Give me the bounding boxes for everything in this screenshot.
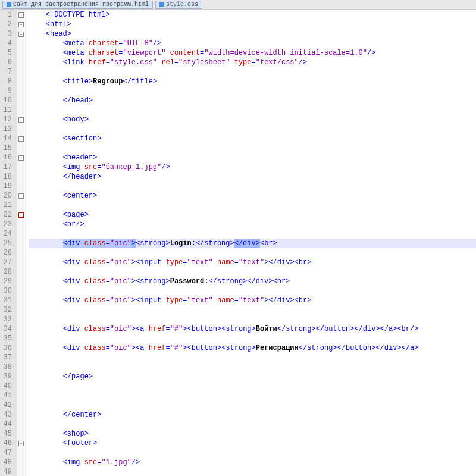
code-area[interactable]: <!DOCTYPE html> <html> <head> <meta char… [26, 10, 476, 476]
file-tab-2[interactable]: style.css [155, 1, 202, 9]
code-line[interactable] [29, 334, 476, 343]
fold-marker[interactable]: − [17, 115, 26, 124]
code-line[interactable]: <meta charset="UTF-8"/> [29, 39, 476, 48]
fold-marker[interactable] [17, 362, 26, 372]
fold-marker[interactable] [17, 296, 26, 305]
code-line[interactable]: <footer> [29, 439, 476, 448]
fold-marker[interactable] [17, 67, 26, 77]
fold-marker[interactable] [17, 267, 26, 277]
fold-marker[interactable] [17, 239, 26, 248]
fold-marker[interactable] [17, 372, 26, 381]
code-line[interactable] [29, 353, 476, 362]
code-line[interactable]: <div class="pic"><strong>Password:</stro… [29, 277, 476, 286]
code-line[interactable]: <center> [29, 191, 476, 201]
fold-marker[interactable] [17, 220, 26, 229]
fold-marker[interactable] [17, 124, 26, 134]
code-line[interactable]: <div class="pic"><strong>Login:</strong>… [29, 239, 476, 248]
fold-marker[interactable] [17, 429, 26, 439]
code-line[interactable]: <section> [29, 134, 476, 143]
code-line[interactable] [29, 467, 476, 476]
code-line[interactable]: </head> [29, 96, 476, 105]
code-line[interactable] [29, 67, 476, 77]
code-line[interactable] [29, 181, 476, 191]
code-line[interactable] [29, 229, 476, 239]
code-line[interactable] [29, 143, 476, 153]
code-line[interactable]: </page> [29, 372, 476, 381]
fold-marker[interactable] [17, 324, 26, 334]
code-line[interactable] [29, 391, 476, 400]
code-line[interactable]: <br/> [29, 220, 476, 229]
code-line[interactable] [29, 86, 476, 96]
code-line[interactable]: <body> [29, 115, 476, 124]
fold-marker[interactable]: − [17, 191, 26, 201]
fold-marker[interactable] [17, 96, 26, 105]
fold-marker[interactable] [17, 105, 26, 115]
code-line[interactable]: <div class="pic"><input type="text" name… [29, 296, 476, 305]
fold-marker[interactable] [17, 143, 26, 153]
code-line[interactable] [29, 305, 476, 315]
fold-marker[interactable] [17, 410, 26, 419]
code-line[interactable] [29, 105, 476, 115]
code-line[interactable] [29, 362, 476, 372]
code-line[interactable]: <shop> [29, 429, 476, 439]
fold-marker[interactable] [17, 286, 26, 296]
code-line[interactable]: <img src="1.jpg"/> [29, 458, 476, 467]
fold-marker[interactable]: − [17, 20, 26, 29]
code-line[interactable]: </header> [29, 172, 476, 181]
fold-marker[interactable] [17, 458, 26, 467]
fold-marker[interactable] [17, 48, 26, 58]
fold-marker[interactable]: − [17, 210, 26, 220]
fold-marker[interactable]: − [17, 134, 26, 143]
code-line[interactable] [29, 267, 476, 277]
fold-marker[interactable] [17, 277, 26, 286]
code-line[interactable] [29, 400, 476, 410]
code-line[interactable]: <div class="pic"><a href="#"><button><st… [29, 343, 476, 353]
code-line[interactable]: <link href="style.css" rel="stylesheet" … [29, 58, 476, 67]
fold-marker[interactable] [17, 248, 26, 258]
code-line[interactable]: </center> [29, 410, 476, 419]
fold-marker[interactable] [17, 448, 26, 458]
code-line[interactable] [29, 315, 476, 324]
code-line[interactable] [29, 286, 476, 296]
fold-marker[interactable] [17, 353, 26, 362]
code-line[interactable] [29, 248, 476, 258]
fold-marker[interactable] [17, 334, 26, 343]
fold-marker[interactable]: − [17, 153, 26, 162]
fold-marker[interactable] [17, 229, 26, 239]
code-line[interactable]: <div class="pic"><a href="#"><button><st… [29, 324, 476, 334]
fold-marker[interactable]: − [17, 10, 26, 20]
code-line[interactable]: <header> [29, 153, 476, 162]
fold-column[interactable]: −−−−−−−−− [17, 10, 26, 476]
code-line[interactable]: <head> [29, 29, 476, 39]
code-line[interactable] [29, 381, 476, 391]
fold-marker[interactable] [17, 343, 26, 353]
fold-marker[interactable] [17, 39, 26, 48]
fold-marker[interactable] [17, 400, 26, 410]
code-line[interactable]: <!DOCTYPE html> [29, 10, 476, 20]
code-line[interactable]: <div class="pic"><input type="text" name… [29, 258, 476, 267]
fold-marker[interactable] [17, 381, 26, 391]
fold-marker[interactable] [17, 258, 26, 267]
fold-marker[interactable] [17, 181, 26, 191]
file-tab-1[interactable]: Сайт для распространения программ.html [2, 1, 153, 9]
code-line[interactable] [29, 201, 476, 210]
code-line[interactable]: <meta charset="viewport" content="width=… [29, 48, 476, 58]
fold-marker[interactable] [17, 162, 26, 172]
fold-marker[interactable] [17, 315, 26, 324]
fold-marker[interactable] [17, 77, 26, 86]
code-line[interactable]: <title>Regroup</title> [29, 77, 476, 86]
code-line[interactable]: <page> [29, 210, 476, 220]
fold-marker[interactable] [17, 201, 26, 210]
code-line[interactable] [29, 419, 476, 429]
code-line[interactable] [29, 448, 476, 458]
fold-marker[interactable] [17, 305, 26, 315]
fold-marker[interactable]: − [17, 439, 26, 448]
fold-marker[interactable] [17, 467, 26, 476]
fold-marker[interactable]: − [17, 29, 26, 39]
fold-marker[interactable] [17, 58, 26, 67]
fold-marker[interactable] [17, 419, 26, 429]
code-line[interactable] [29, 124, 476, 134]
fold-marker[interactable] [17, 172, 26, 181]
fold-marker[interactable] [17, 391, 26, 400]
code-line[interactable]: <html> [29, 20, 476, 29]
